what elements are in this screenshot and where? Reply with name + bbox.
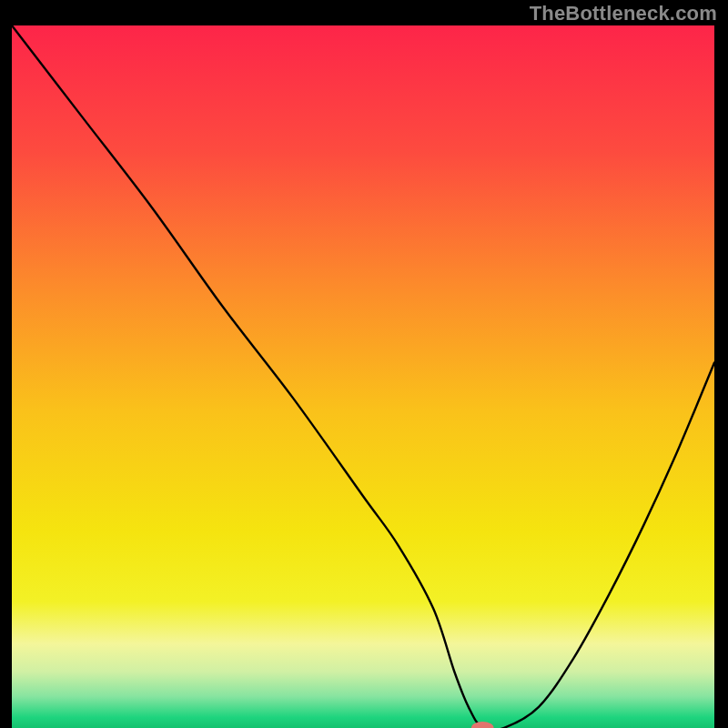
chart-background xyxy=(12,25,714,728)
chart-frame xyxy=(12,25,714,728)
bottleneck-chart xyxy=(12,25,714,728)
watermark-text: TheBottleneck.com xyxy=(530,2,717,25)
